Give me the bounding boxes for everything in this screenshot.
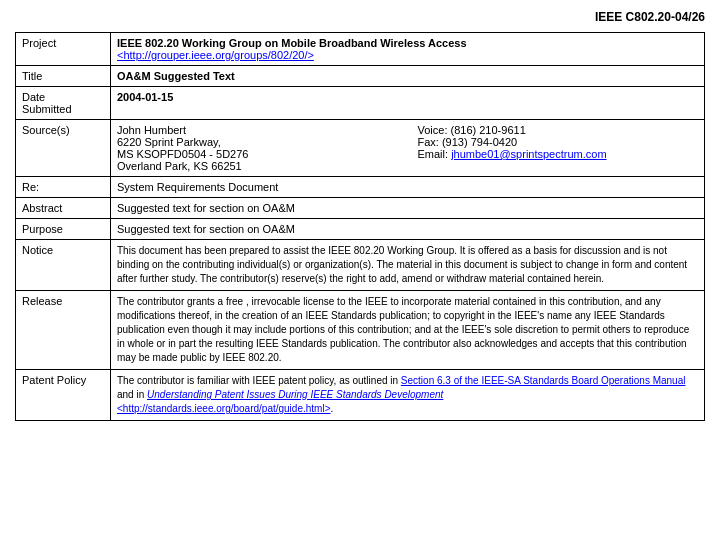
date-value: 2004-01-15 xyxy=(117,91,173,103)
table-row: Date Submitted 2004-01-15 xyxy=(16,87,705,120)
source-name: John Humbert xyxy=(117,124,398,136)
notice-content: This document has been prepared to assis… xyxy=(111,240,705,291)
source-right: Voice: (816) 210-9611 Fax: (913) 794-042… xyxy=(418,124,699,172)
title-text: OA&M Suggested Text xyxy=(117,70,235,82)
notice-label: Notice xyxy=(16,240,111,291)
main-table: Project IEEE 802.20 Working Group on Mob… xyxy=(15,32,705,421)
release-content: The contributor grants a free , irrevoca… xyxy=(111,291,705,370)
purpose-content: Suggested text for section on OA&M xyxy=(111,219,705,240)
table-row: Abstract Suggested text for section on O… xyxy=(16,198,705,219)
doc-header: IEEE C802.20-04/26 xyxy=(15,10,705,24)
re-content: System Requirements Document xyxy=(111,177,705,198)
source-label: Source(s) xyxy=(16,120,111,177)
date-content: 2004-01-15 xyxy=(111,87,705,120)
re-label: Re: xyxy=(16,177,111,198)
patent-text-before: The contributor is familiar with IEEE pa… xyxy=(117,375,401,386)
source-address3: Overland Park, KS 66251 xyxy=(117,160,398,172)
patent-text-middle: and in xyxy=(117,389,147,400)
abstract-content: Suggested text for section on OA&M xyxy=(111,198,705,219)
patent-link-italic[interactable]: Understanding Patent Issues During IEEE … xyxy=(147,389,443,400)
source-left: John Humbert 6220 Sprint Parkway, MS KSO… xyxy=(117,124,398,172)
source-email-label: Email: xyxy=(418,148,452,160)
table-row: Purpose Suggested text for section on OA… xyxy=(16,219,705,240)
table-row: Notice This document has been prepared t… xyxy=(16,240,705,291)
date-label-line1: Date xyxy=(22,91,45,103)
table-row: Project IEEE 802.20 Working Group on Mob… xyxy=(16,33,705,66)
table-row: Title OA&M Suggested Text xyxy=(16,66,705,87)
title-label: Title xyxy=(16,66,111,87)
patent-content: The contributor is familiar with IEEE pa… xyxy=(111,370,705,421)
project-link[interactable]: <http://grouper.ieee.org/groups/802/20/> xyxy=(117,49,314,61)
project-content: IEEE 802.20 Working Group on Mobile Broa… xyxy=(111,33,705,66)
document-page: IEEE C802.20-04/26 Project IEEE 802.20 W… xyxy=(0,0,720,431)
title-content: OA&M Suggested Text xyxy=(111,66,705,87)
table-row: Source(s) John Humbert 6220 Sprint Parkw… xyxy=(16,120,705,177)
table-row: Release The contributor grants a free , … xyxy=(16,291,705,370)
table-row: Re: System Requirements Document xyxy=(16,177,705,198)
source-email-link[interactable]: jhumbe01@sprintspectrum.com xyxy=(451,148,606,160)
project-title-text: IEEE 802.20 Working Group on Mobile Broa… xyxy=(117,37,467,49)
release-label: Release xyxy=(16,291,111,370)
date-label-line2: Submitted xyxy=(22,103,72,115)
source-address1: 6220 Sprint Parkway, xyxy=(117,136,398,148)
table-row: Patent Policy The contributor is familia… xyxy=(16,370,705,421)
source-content: John Humbert 6220 Sprint Parkway, MS KSO… xyxy=(111,120,705,177)
patent-link1[interactable]: Section 6.3 of the IEEE-SA Standards Boa… xyxy=(401,375,686,386)
source-inner: John Humbert 6220 Sprint Parkway, MS KSO… xyxy=(117,124,698,172)
doc-id: IEEE C802.20-04/26 xyxy=(595,10,705,24)
patent-text-end: . xyxy=(330,403,333,414)
date-label: Date Submitted xyxy=(16,87,111,120)
patent-label: Patent Policy xyxy=(16,370,111,421)
project-label: Project xyxy=(16,33,111,66)
source-voice: Voice: (816) 210-9611 xyxy=(418,124,699,136)
source-email-row: Email: jhumbe01@sprintspectrum.com xyxy=(418,148,699,160)
release-text: The contributor grants a free , irrevoca… xyxy=(117,296,689,363)
source-address2: MS KSOPFD0504 - 5D276 xyxy=(117,148,398,160)
source-fax: Fax: (913) 794-0420 xyxy=(418,136,699,148)
purpose-label: Purpose xyxy=(16,219,111,240)
abstract-label: Abstract xyxy=(16,198,111,219)
patent-link2[interactable]: <http://standards.ieee.org/board/pat/gui… xyxy=(117,403,330,414)
